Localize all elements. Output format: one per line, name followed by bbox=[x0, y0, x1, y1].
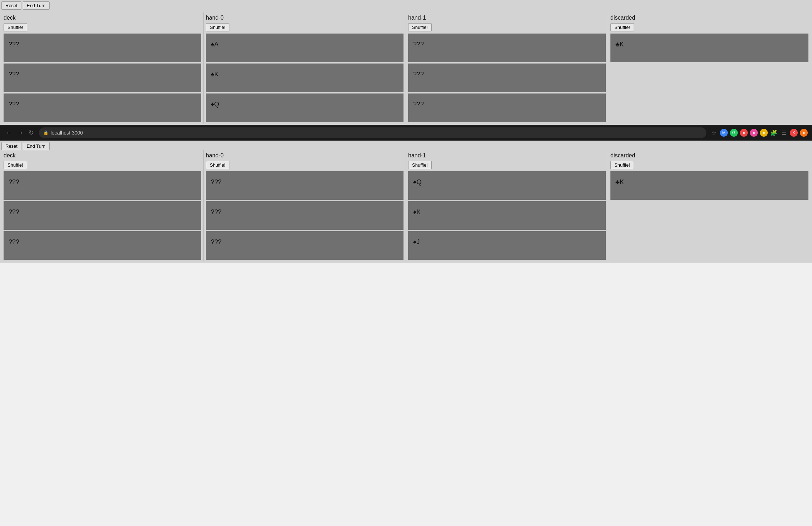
column-title-2: hand-1 bbox=[408, 152, 606, 159]
card-2-0[interactable]: ♠Q bbox=[408, 171, 606, 200]
card-0-2[interactable]: ??? bbox=[4, 93, 201, 122]
card-text-2-1: ♦K bbox=[413, 208, 421, 216]
card-text-0-1: ??? bbox=[9, 71, 19, 78]
column-deck: deckShuffle!????????? bbox=[1, 12, 204, 123]
card-text-0-2: ??? bbox=[9, 238, 19, 246]
card-text-1-1: ♠K bbox=[211, 71, 219, 78]
card-text-1-0: ♠A bbox=[211, 41, 219, 48]
card-text-1-2: ??? bbox=[211, 238, 222, 246]
shuffle-btn-1[interactable]: Shuffle! bbox=[206, 161, 229, 169]
card-text-1-0: ??? bbox=[211, 178, 222, 186]
card-2-1[interactable]: ??? bbox=[408, 64, 606, 92]
card-1-1[interactable]: ??? bbox=[206, 201, 404, 230]
browser-right-icons: ☆ M G ● ● ● 🧩 ☰ K ● bbox=[710, 129, 808, 137]
reset-button-bottom[interactable]: Reset bbox=[1, 142, 21, 150]
extension-g-icon[interactable]: G bbox=[730, 129, 738, 137]
end-turn-button-bottom[interactable]: End Turn bbox=[23, 142, 50, 150]
column-hand-1: hand-1Shuffle!????????? bbox=[406, 12, 608, 123]
card-3-0[interactable]: ♣K bbox=[610, 171, 808, 200]
column-discarded: discardedShuffle!♣K bbox=[608, 150, 811, 261]
column-discarded: discardedShuffle!♣K bbox=[608, 12, 811, 123]
card-2-2[interactable]: ??? bbox=[408, 93, 606, 122]
top-toolbar: Reset End Turn bbox=[1, 1, 811, 10]
url-text: localhost:3000 bbox=[51, 130, 83, 136]
card-3-0[interactable]: ♣K bbox=[610, 34, 808, 62]
back-button[interactable]: ← bbox=[4, 128, 14, 137]
column-deck: deckShuffle!????????? bbox=[1, 150, 204, 261]
card-text-0-0: ??? bbox=[9, 178, 19, 186]
browser-bar: ← → ↻ 🔒 localhost:3000 ☆ M G ● ● ● 🧩 ☰ K… bbox=[0, 125, 812, 141]
extension-red-icon[interactable]: ● bbox=[740, 129, 748, 137]
extension-yellow-icon[interactable]: ● bbox=[760, 129, 768, 137]
lock-icon: 🔒 bbox=[43, 130, 49, 135]
card-0-1[interactable]: ??? bbox=[4, 201, 201, 230]
menu-icon[interactable]: ☰ bbox=[780, 129, 788, 137]
shuffle-btn-2[interactable]: Shuffle! bbox=[408, 161, 432, 169]
bottom-toolbar: Reset End Turn bbox=[1, 142, 811, 150]
card-text-2-2: ??? bbox=[413, 101, 424, 108]
shuffle-btn-1[interactable]: Shuffle! bbox=[206, 23, 229, 31]
profile-m-icon[interactable]: M bbox=[720, 129, 728, 137]
end-turn-button-top[interactable]: End Turn bbox=[23, 1, 50, 10]
bottom-page: Reset End Turn deckShuffle!?????????hand… bbox=[0, 141, 812, 263]
column-title-0: deck bbox=[4, 152, 201, 159]
card-text-0-2: ??? bbox=[9, 101, 19, 108]
extension-pink-icon[interactable]: ● bbox=[750, 129, 758, 137]
shuffle-btn-3[interactable]: Shuffle! bbox=[610, 23, 634, 31]
nav-buttons: ← → ↻ bbox=[4, 128, 35, 137]
top-columns: deckShuffle!?????????hand-0Shuffle!♠A♠K♦… bbox=[1, 12, 811, 123]
card-text-1-2: ♦Q bbox=[211, 101, 219, 108]
column-title-1: hand-0 bbox=[206, 152, 404, 159]
bookmark-star-icon[interactable]: ☆ bbox=[710, 129, 718, 137]
card-2-1[interactable]: ♦K bbox=[408, 201, 606, 230]
shuffle-btn-2[interactable]: Shuffle! bbox=[408, 23, 432, 31]
forward-button[interactable]: → bbox=[16, 128, 25, 137]
card-0-1[interactable]: ??? bbox=[4, 64, 201, 92]
card-0-2[interactable]: ??? bbox=[4, 231, 201, 260]
column-title-2: hand-1 bbox=[408, 15, 606, 21]
column-title-1: hand-0 bbox=[206, 15, 404, 21]
card-text-0-0: ??? bbox=[9, 41, 19, 48]
reset-button-top[interactable]: Reset bbox=[1, 1, 21, 10]
column-title-3: discarded bbox=[610, 15, 808, 21]
column-title-0: deck bbox=[4, 15, 201, 21]
card-0-0[interactable]: ??? bbox=[4, 171, 201, 200]
bottom-columns: deckShuffle!?????????hand-0Shuffle!?????… bbox=[1, 150, 811, 261]
card-text-2-0: ??? bbox=[413, 41, 424, 48]
profile-k-icon[interactable]: K bbox=[790, 129, 798, 137]
card-text-2-2: ♠J bbox=[413, 238, 420, 246]
card-1-0[interactable]: ♠A bbox=[206, 34, 404, 62]
card-0-0[interactable]: ??? bbox=[4, 34, 201, 62]
shuffle-btn-3[interactable]: Shuffle! bbox=[610, 161, 634, 169]
column-title-3: discarded bbox=[610, 152, 808, 159]
card-1-2[interactable]: ♦Q bbox=[206, 93, 404, 122]
card-1-1[interactable]: ♠K bbox=[206, 64, 404, 92]
puzzle-icon[interactable]: 🧩 bbox=[770, 129, 778, 137]
card-text-2-0: ♠Q bbox=[413, 178, 422, 186]
card-text-1-1: ??? bbox=[211, 208, 222, 216]
card-text-0-1: ??? bbox=[9, 208, 19, 216]
card-2-2[interactable]: ♠J bbox=[408, 231, 606, 260]
card-2-0[interactable]: ??? bbox=[408, 34, 606, 62]
reload-button[interactable]: ↻ bbox=[27, 128, 35, 137]
shuffle-btn-0[interactable]: Shuffle! bbox=[4, 23, 27, 31]
card-1-2[interactable]: ??? bbox=[206, 231, 404, 260]
column-hand-1: hand-1Shuffle!♠Q♦K♠J bbox=[406, 150, 608, 261]
address-bar[interactable]: 🔒 localhost:3000 bbox=[39, 127, 706, 138]
card-1-0[interactable]: ??? bbox=[206, 171, 404, 200]
profile-orange-icon[interactable]: ● bbox=[800, 129, 808, 137]
card-text-2-1: ??? bbox=[413, 71, 424, 78]
card-text-3-0: ♣K bbox=[615, 41, 624, 48]
column-hand-0: hand-0Shuffle!????????? bbox=[204, 150, 406, 261]
card-text-3-0: ♣K bbox=[615, 178, 624, 186]
shuffle-btn-0[interactable]: Shuffle! bbox=[4, 161, 27, 169]
top-page: Reset End Turn deckShuffle!?????????hand… bbox=[0, 0, 812, 125]
column-hand-0: hand-0Shuffle!♠A♠K♦Q bbox=[204, 12, 406, 123]
